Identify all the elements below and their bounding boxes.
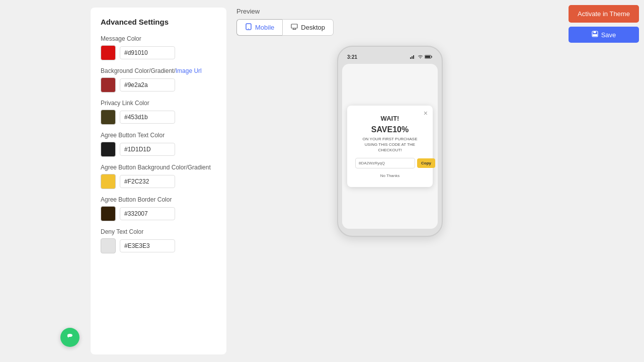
popup-close-icon[interactable]: × xyxy=(424,110,428,117)
svg-rect-8 xyxy=(413,55,414,59)
color-swatch-5[interactable] xyxy=(101,206,116,221)
settings-title: Advanced Settings xyxy=(101,18,216,26)
battery-icon xyxy=(425,55,433,60)
field-label-2: Privacy Link Color xyxy=(101,100,216,107)
color-input-2[interactable] xyxy=(120,111,175,124)
image-url-link[interactable]: Image Url xyxy=(176,67,202,74)
popup-copy-button[interactable]: Copy xyxy=(417,158,435,168)
tab-mobile[interactable]: Mobile xyxy=(236,19,282,36)
svg-rect-7 xyxy=(412,56,413,59)
settings-panel: Advanced Settings Message Color Backgrou… xyxy=(91,8,226,354)
color-row-3 xyxy=(101,142,216,157)
color-input-1[interactable] xyxy=(120,78,175,92)
popup-no-thanks[interactable]: No Thanks xyxy=(355,173,425,178)
color-swatch-3[interactable] xyxy=(101,142,116,157)
color-swatch-0[interactable] xyxy=(101,45,116,60)
color-input-6[interactable] xyxy=(120,239,175,252)
phone-frame: 3:21 xyxy=(337,46,443,237)
preview-panel: Preview Mobile xyxy=(231,8,548,354)
field-label-3: Agree Button Text Color xyxy=(101,132,216,139)
svg-rect-2 xyxy=(291,24,297,28)
save-label: Save xyxy=(601,31,616,39)
color-row-4 xyxy=(101,174,216,189)
activate-theme-button[interactable]: Activate in Theme xyxy=(569,5,639,23)
chat-bubble-icon xyxy=(65,331,75,344)
color-row-0 xyxy=(101,45,216,60)
svg-rect-11 xyxy=(425,56,430,58)
color-swatch-2[interactable] xyxy=(101,110,116,125)
preview-tabs: Mobile Desktop xyxy=(236,19,543,36)
field-label-1: Background Color/Gradient/Image Url xyxy=(101,67,216,74)
signal-icon xyxy=(410,55,416,60)
left-sidebar xyxy=(0,0,86,362)
phone-time: 3:21 xyxy=(347,54,357,60)
right-sidebar: Activate in Theme Save xyxy=(553,0,644,362)
mobile-icon xyxy=(245,23,252,32)
save-icon xyxy=(592,31,598,39)
svg-rect-13 xyxy=(593,31,596,33)
save-button[interactable]: Save xyxy=(569,27,639,43)
phone-screen: × WAIT! SAVE10% ON YOUR FIRST PURCHASEUS… xyxy=(342,64,438,229)
color-row-6 xyxy=(101,238,216,253)
color-row-2 xyxy=(101,110,216,125)
wifi-icon xyxy=(418,55,423,60)
preview-label: Preview xyxy=(236,8,543,15)
field-label-5: Agree Button Border Color xyxy=(101,196,216,203)
svg-rect-14 xyxy=(593,34,597,36)
tab-desktop-label: Desktop xyxy=(301,24,325,31)
popup-code-row: Copy xyxy=(355,158,425,168)
tab-desktop[interactable]: Desktop xyxy=(282,19,334,36)
status-icons xyxy=(410,55,433,60)
color-input-4[interactable] xyxy=(120,175,175,188)
color-swatch-1[interactable] xyxy=(101,77,116,93)
popup-code-input[interactable] xyxy=(355,158,415,168)
popup-modal: × WAIT! SAVE10% ON YOUR FIRST PURCHASEUS… xyxy=(347,106,433,188)
phone-status-bar: 3:21 xyxy=(342,54,438,60)
color-row-5 xyxy=(101,206,216,221)
svg-rect-9 xyxy=(415,55,416,59)
desktop-icon xyxy=(291,23,298,32)
field-label-0: Message Color xyxy=(101,35,216,42)
color-input-3[interactable] xyxy=(120,143,175,156)
main-content: Advanced Settings Message Color Backgrou… xyxy=(86,0,553,362)
svg-rect-6 xyxy=(410,57,411,59)
svg-point-1 xyxy=(248,28,249,29)
color-input-0[interactable] xyxy=(120,46,175,59)
color-swatch-6[interactable] xyxy=(101,238,116,253)
popup-description: ON YOUR FIRST PURCHASEUSING THIS CODE AT… xyxy=(355,136,425,153)
field-label-6: Deny Text Color xyxy=(101,228,216,235)
popup-save-text: SAVE10% xyxy=(355,125,425,134)
chat-bubble[interactable] xyxy=(60,328,79,347)
color-swatch-4[interactable] xyxy=(101,174,116,189)
phone-container: 3:21 xyxy=(236,46,543,354)
color-input-5[interactable] xyxy=(120,207,175,220)
field-label-4: Agree Button Background Color/Gradient xyxy=(101,164,216,171)
popup-wait-text: WAIT! xyxy=(355,115,425,122)
color-row-1 xyxy=(101,77,216,93)
tab-mobile-label: Mobile xyxy=(255,24,274,31)
